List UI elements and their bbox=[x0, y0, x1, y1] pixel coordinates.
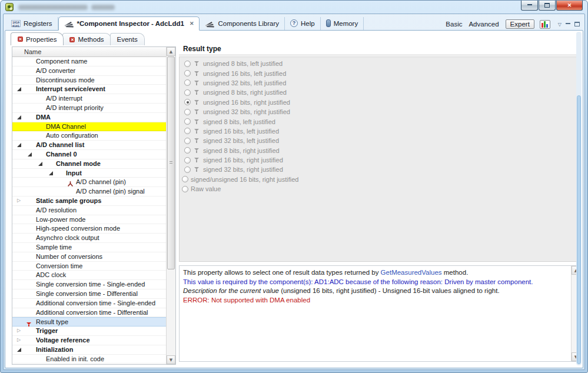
radio-button[interactable] bbox=[184, 166, 191, 173]
view-mode-basic[interactable]: Basic bbox=[446, 21, 462, 28]
radio-button[interactable] bbox=[184, 99, 191, 105]
tree-row-enabled-in-init-code[interactable]: Enabled in init. code bbox=[12, 355, 166, 364]
result-type-option[interactable]: signed 16 bits, left justified bbox=[180, 126, 580, 136]
tree-row-interrupt-service-event[interactable]: Interrupt service/event bbox=[12, 85, 166, 94]
tree-row-a-d-converter[interactable]: A/D converter bbox=[12, 66, 166, 76]
tree-row-auto-configuration[interactable]: Auto configuration bbox=[12, 131, 166, 141]
view-tab-components-library[interactable]: Components Library bbox=[200, 17, 285, 30]
tree-row-additional-conversion-time-single-ended[interactable]: Additional conversion time - Single-ende… bbox=[12, 299, 166, 308]
view-tab-help[interactable]: ?Help bbox=[285, 17, 321, 30]
radio-button[interactable] bbox=[182, 186, 188, 192]
collapse-icon[interactable] bbox=[28, 152, 32, 156]
tree-row-a-d-channel-list[interactable]: A/D channel list bbox=[12, 141, 166, 150]
view-restore-icon[interactable] bbox=[574, 22, 580, 26]
view-tab--component-inspector-adcldd1[interactable]: *Component Inspector - AdcLdd1✕ bbox=[58, 16, 200, 31]
result-type-option[interactable]: Raw value bbox=[180, 184, 580, 194]
tab-methods[interactable]: ✕Methods bbox=[62, 33, 111, 45]
result-type-option[interactable]: signed 8 bits, right justified bbox=[180, 146, 580, 155]
collapse-icon[interactable] bbox=[17, 115, 21, 119]
tree-row-input[interactable]: Input bbox=[12, 169, 166, 178]
radio-button[interactable] bbox=[184, 89, 191, 96]
tree-row-voltage-reference[interactable]: ▷Voltage reference bbox=[12, 336, 166, 345]
window-close-button[interactable]: ✕ bbox=[556, 1, 583, 11]
tree-row-a-d-resolution[interactable]: A/D resolution bbox=[12, 206, 166, 215]
editor-scrollbar-thumb[interactable] bbox=[577, 95, 581, 364]
window-minimize-button[interactable] bbox=[521, 1, 538, 11]
tree-row-dma-channel[interactable]: DMA Channel bbox=[12, 122, 166, 132]
tree-row-single-conversion-time-differential[interactable]: Single conversion time - Differential bbox=[12, 289, 166, 299]
tree-row-discontinuous-mode[interactable]: Discontinuous mode bbox=[12, 76, 166, 85]
scroll-down-icon[interactable]: ▼ bbox=[167, 355, 175, 364]
window-maximize-button[interactable] bbox=[539, 1, 556, 11]
tree-row-a-d-interrupt[interactable]: A/D interrupt bbox=[12, 94, 166, 104]
result-type-option[interactable]: unsigned 32 bits, right justified bbox=[180, 107, 580, 116]
result-type-option[interactable]: unsigned 32 bits, left justified bbox=[180, 78, 580, 88]
radio-button[interactable] bbox=[184, 138, 191, 144]
tree-row-trigger[interactable]: ▷Trigger bbox=[12, 327, 166, 336]
collapse-icon[interactable] bbox=[17, 348, 21, 352]
collapse-icon[interactable] bbox=[17, 87, 21, 91]
tree-row-sample-time[interactable]: Sample time bbox=[12, 243, 166, 252]
tab-properties[interactable]: ✕Properties bbox=[11, 32, 64, 45]
radio-button[interactable] bbox=[184, 70, 191, 76]
radio-button[interactable] bbox=[184, 109, 191, 115]
radio-button[interactable] bbox=[184, 118, 191, 125]
result-type-option[interactable]: signed 8 bits, left justified bbox=[180, 116, 580, 126]
result-type-option[interactable]: signed 16 bits, right justified bbox=[180, 155, 580, 165]
view-menu-chevron-icon[interactable]: ▽ bbox=[558, 22, 562, 27]
result-type-option[interactable]: unsigned 16 bits, left justified bbox=[180, 68, 580, 78]
tab-close-icon[interactable]: ✕ bbox=[190, 21, 194, 26]
tree-scrollbar-thumb[interactable] bbox=[167, 56, 175, 269]
result-type-option[interactable]: signed/unsigned 16 bits, right justified bbox=[180, 175, 580, 184]
tree-row-adc-clock[interactable]: ADC clock bbox=[12, 271, 166, 280]
tree-row-a-d-channel-pin-signal[interactable]: A/D channel (pin) signal bbox=[12, 187, 166, 197]
tree-row-low-power-mode[interactable]: Low-power mode bbox=[12, 215, 166, 225]
view-minimize-icon[interactable] bbox=[566, 22, 570, 24]
view-mode-advanced[interactable]: Advanced bbox=[469, 21, 499, 28]
tree-row-number-of-conversions[interactable]: Number of conversions bbox=[12, 252, 166, 262]
method-link[interactable]: GetMeasuredValues bbox=[381, 269, 442, 276]
expand-icon[interactable]: ▷ bbox=[17, 328, 21, 333]
bar-chart-icon-button[interactable] bbox=[540, 20, 550, 29]
funnel-icon bbox=[194, 89, 200, 95]
result-type-option[interactable]: signed 32 bits, left justified bbox=[180, 136, 580, 145]
tree-row-single-conversion-time-single-ended[interactable]: Single conversion time - Single-ended bbox=[12, 280, 166, 289]
tree-row-result-type[interactable]: Result type bbox=[12, 317, 166, 327]
tree-row-additional-conversion-time-differential[interactable]: Additional conversion time - Differentia… bbox=[12, 308, 166, 318]
expand-icon[interactable]: ▷ bbox=[17, 198, 21, 203]
tree-row-high-speed-conversion-mode[interactable]: High-speed conversion mode bbox=[12, 224, 166, 234]
tree-row-a-d-interrupt-priority[interactable]: A/D interrupt priority bbox=[12, 104, 166, 113]
tree-row-channel-mode[interactable]: Channel mode bbox=[12, 159, 166, 169]
collapse-icon[interactable] bbox=[38, 162, 42, 166]
scroll-up-icon[interactable]: ▲ bbox=[167, 47, 175, 56]
editor-scrollbar[interactable] bbox=[576, 32, 582, 365]
title-bar[interactable]: ✕ bbox=[1, 1, 587, 14]
collapse-icon[interactable] bbox=[49, 171, 53, 175]
tree-row-dma[interactable]: DMA bbox=[12, 113, 166, 122]
tree-row-asynchro-clock-output[interactable]: Asynchro clock output bbox=[12, 234, 166, 243]
radio-button[interactable] bbox=[184, 79, 191, 86]
view-mode-expert[interactable]: Expert bbox=[506, 19, 534, 29]
tree-row-conversion-time[interactable]: Conversion time bbox=[12, 262, 166, 271]
tree-row-a-d-channel-pin-[interactable]: A/D channel (pin) bbox=[12, 178, 166, 187]
tab-events[interactable]: Events bbox=[110, 33, 145, 45]
radio-button[interactable] bbox=[184, 128, 191, 134]
radio-button[interactable] bbox=[184, 157, 191, 164]
result-type-option[interactable]: unsigned 8 bits, left justified bbox=[180, 59, 580, 68]
result-type-option[interactable]: unsigned 8 bits, right justified bbox=[180, 88, 580, 97]
tree-row-channel-0[interactable]: Channel 0 bbox=[12, 150, 166, 159]
collapse-icon[interactable] bbox=[17, 143, 21, 147]
view-tab-memory[interactable]: Memory bbox=[321, 17, 364, 30]
radio-button[interactable] bbox=[182, 176, 188, 182]
expand-icon[interactable]: ▷ bbox=[17, 337, 21, 342]
result-type-option[interactable]: unsigned 16 bits, right justified bbox=[180, 98, 580, 107]
result-type-option[interactable]: signed 32 bits, right justified bbox=[180, 165, 580, 174]
tree-row-static-sample-groups[interactable]: ▷Static sample groups bbox=[12, 197, 166, 206]
tree-scrollbar[interactable]: ▲ ▼ bbox=[166, 47, 175, 364]
radio-button[interactable] bbox=[184, 147, 191, 154]
radio-button[interactable] bbox=[184, 61, 191, 67]
registers-binary-icon: 10100101 bbox=[11, 20, 21, 27]
tree-row-component-name[interactable]: Component name bbox=[12, 57, 166, 66]
tree-row-initialization[interactable]: Initialization bbox=[12, 345, 166, 355]
view-tab-registers[interactable]: 10100101Registers bbox=[6, 17, 58, 30]
